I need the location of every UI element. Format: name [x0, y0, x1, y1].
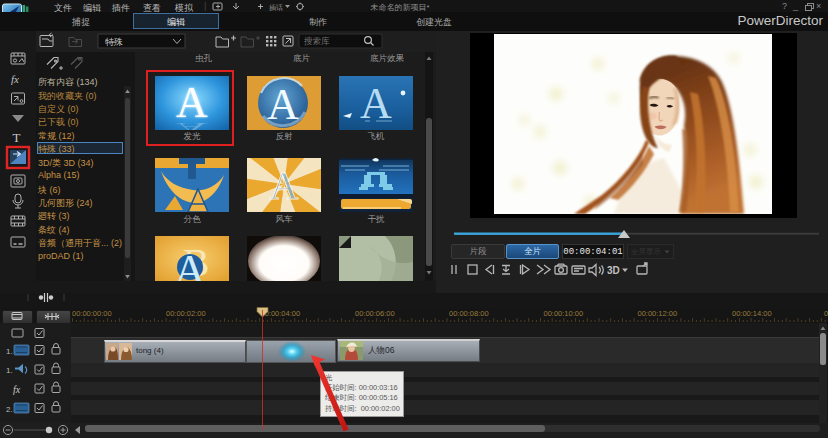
- svg-text:T: T: [13, 130, 21, 145]
- svg-text:A: A: [270, 163, 299, 208]
- svg-text:3D: 3D: [607, 265, 620, 276]
- svg-text:特殊: 特殊: [105, 37, 123, 47]
- svg-text:A: A: [267, 80, 299, 129]
- svg-text:插话: 插话: [269, 4, 283, 12]
- svg-text:1.: 1.: [6, 366, 13, 375]
- svg-text:fx: fx: [13, 384, 21, 395]
- svg-text:fx: fx: [11, 73, 19, 85]
- svg-text:搜索库: 搜索库: [303, 36, 330, 46]
- svg-text:A: A: [174, 246, 206, 281]
- svg-text:2.: 2.: [6, 405, 13, 414]
- svg-text:1.: 1.: [6, 347, 13, 356]
